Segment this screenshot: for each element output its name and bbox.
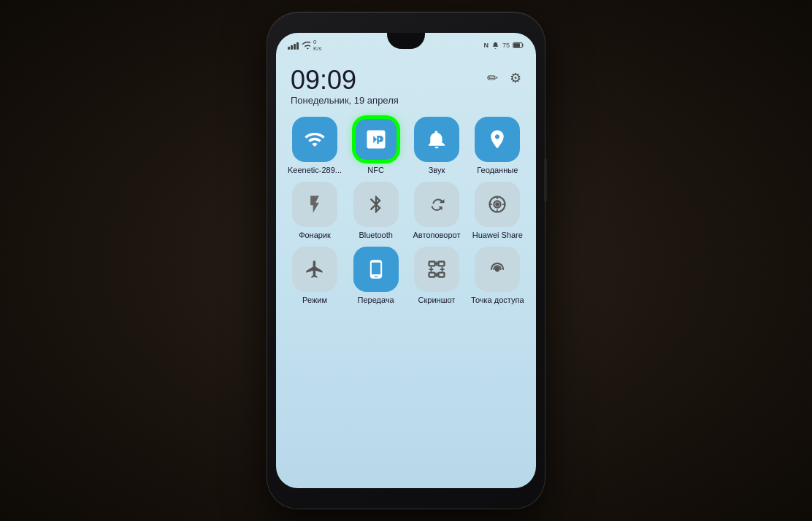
tile-sound[interactable]: Звук <box>410 117 463 174</box>
sound-tile-label: Звук <box>429 166 445 174</box>
tile-autorotate[interactable]: Автоповорот <box>410 182 463 239</box>
tile-screenshot[interactable]: Скриншот <box>410 247 463 304</box>
wifi-tile-icon <box>292 117 337 162</box>
nfc-tile-icon <box>353 117 399 162</box>
nfc-indicator: N <box>483 42 489 49</box>
status-right: N 75 <box>483 42 524 50</box>
hotspot-tile-label: Точка доступа <box>471 296 524 304</box>
svg-point-4 <box>497 203 499 206</box>
scene: 0K/s N 75 <box>0 0 812 521</box>
svg-rect-1 <box>513 43 520 47</box>
hotspot-tile-icon <box>475 247 520 292</box>
transfer-tile-label: Передача <box>358 296 394 304</box>
header-actions: ✏ ⚙ <box>487 70 521 86</box>
wifi-status-icon <box>302 41 310 50</box>
flashlight-tile-icon <box>292 182 337 227</box>
phone-screen: 0K/s N 75 <box>276 33 536 488</box>
phone-body: 0K/s N 75 <box>267 12 545 509</box>
tile-geodata[interactable]: Геоданные <box>471 117 524 174</box>
svg-rect-8 <box>438 273 444 277</box>
bluetooth-tile-icon <box>353 182 399 227</box>
side-button <box>544 158 547 202</box>
autorotate-tile-icon <box>414 182 459 227</box>
header: 09:09 Понедельник, 19 апреля ✏ ⚙ <box>276 58 536 112</box>
date-display: Понедельник, 19 апреля <box>291 95 521 106</box>
geodata-tile-label: Геоданные <box>477 166 518 174</box>
huawei-share-tile-label: Huawei Share <box>472 231 523 239</box>
mode-tile-icon <box>292 247 337 292</box>
screenshot-tile-icon <box>414 247 459 292</box>
autorotate-tile-label: Автоповорот <box>413 231 461 239</box>
data-speed: 0K/s <box>313 39 322 52</box>
screenshot-tile-label: Скриншот <box>418 296 456 304</box>
flashlight-tile-label: Фонарик <box>299 231 331 239</box>
alarm-icon <box>491 42 499 50</box>
quick-settings-grid: Keenetic-289... NFC <box>288 117 524 304</box>
edit-icon[interactable]: ✏ <box>487 70 498 86</box>
tile-mode[interactable]: Режим <box>288 247 342 304</box>
svg-rect-5 <box>429 262 434 266</box>
geodata-tile-icon <box>475 117 520 162</box>
signal-bars-icon <box>288 41 299 50</box>
nfc-tile-label: NFC <box>367 166 384 174</box>
tile-hotspot[interactable]: Точка доступа <box>471 247 524 304</box>
tile-bluetooth[interactable]: Bluetooth <box>349 182 402 239</box>
settings-icon[interactable]: ⚙ <box>510 70 521 86</box>
svg-point-9 <box>496 268 499 271</box>
battery-level: 75 <box>502 42 510 49</box>
battery-icon <box>513 42 524 49</box>
tile-transfer[interactable]: Передача <box>349 247 402 304</box>
tile-nfc[interactable]: NFC <box>349 117 402 174</box>
status-left: 0K/s <box>288 39 322 52</box>
wifi-tile-label: Keenetic-289... <box>288 166 342 174</box>
sound-tile-icon <box>414 117 459 162</box>
bluetooth-tile-label: Bluetooth <box>359 231 392 239</box>
huawei-share-tile-icon <box>475 182 520 227</box>
tile-wifi[interactable]: Keenetic-289... <box>288 117 342 174</box>
tile-flashlight[interactable]: Фонарик <box>288 182 342 239</box>
mode-tile-label: Режим <box>302 296 327 304</box>
transfer-tile-icon <box>353 247 399 292</box>
svg-rect-6 <box>438 262 444 266</box>
tile-huawei-share[interactable]: Huawei Share <box>471 182 524 239</box>
svg-rect-7 <box>429 273 434 277</box>
